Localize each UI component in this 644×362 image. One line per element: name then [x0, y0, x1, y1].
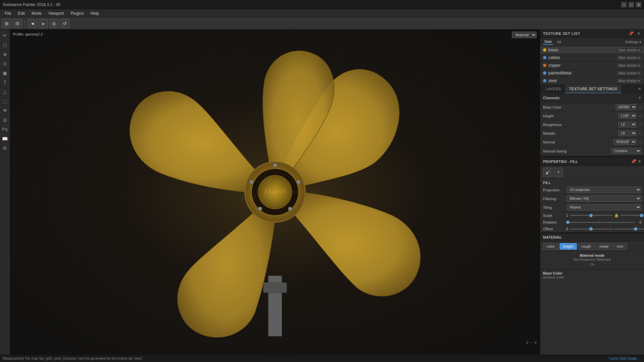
channel-delete-base-color[interactable]: −	[639, 105, 641, 110]
channel-delete-normal[interactable]: −	[639, 139, 641, 145]
sidebar-paint-btn[interactable]: ✏	[1, 32, 9, 40]
channel-format-metallic[interactable]: L8	[618, 130, 637, 136]
projection-select[interactable]: UV projection	[567, 187, 641, 193]
channel-delete-height[interactable]: −	[639, 113, 641, 119]
cache-disk-usage[interactable]: Cache Disk Usage: ...	[609, 357, 641, 360]
sidebar-photoshop-btn[interactable]: Ps	[1, 125, 9, 133]
tset-dot-paintedmetal	[543, 71, 546, 75]
tset-name-brass: brass	[548, 48, 615, 52]
tset-shader-steel[interactable]: Main shader ▾	[617, 79, 641, 83]
rotation-slider[interactable]	[566, 222, 635, 223]
sidebar-select-btn[interactable]: ⬚	[1, 97, 9, 105]
sidebar-clone-btn[interactable]: ⊕	[1, 50, 9, 58]
viewport[interactable]: Marelli 人人素材 www.rrcg.cn Profile: gamma2…	[10, 29, 540, 355]
toolbar-grid-btn[interactable]: ⊞	[2, 19, 11, 28]
sidebar-settings-btn[interactable]: ⚙	[1, 144, 9, 152]
viewport-dropdown[interactable]: Material	[512, 32, 537, 38]
channel-format-normal[interactable]: RGB16F	[613, 139, 637, 145]
offset-value-x: 0	[566, 227, 568, 231]
menu-file[interactable]: File	[1, 10, 14, 16]
channel-format-roughness[interactable]: L8	[618, 122, 637, 127]
tset-shader-paintedmetal[interactable]: Main shader ▾	[617, 71, 641, 75]
status-message: [MapExporter] The map 'fan_lp02_steel_Em…	[3, 357, 143, 360]
tsl-pin-btn[interactable]: 📌	[628, 31, 635, 36]
maximize-button[interactable]: □	[629, 2, 634, 7]
menu-mode[interactable]: Mode	[28, 10, 45, 16]
scale-slider-x[interactable]	[570, 215, 613, 216]
tab-texture-set-settings[interactable]: TEXTURE SET SETTINGS	[565, 85, 622, 94]
material-tab-rough[interactable]: rough	[578, 243, 595, 250]
tset-dot-cables	[543, 56, 546, 59]
menu-viewport[interactable]: Viewport	[45, 10, 67, 16]
channel-delete-metallic[interactable]: −	[639, 131, 641, 136]
material-or: Or	[543, 262, 641, 266]
material-tab-color[interactable]: color	[543, 243, 558, 250]
tss-close-btn[interactable]: ✕	[637, 86, 643, 91]
tset-name-steel: steel	[548, 78, 615, 83]
offset-slider-x[interactable]	[570, 229, 613, 230]
tset-item-copper[interactable]: copper Main shader ▾	[540, 62, 644, 69]
menu-bar: File Edit Mode Viewport Plugins Help	[0, 9, 644, 17]
channel-format-height[interactable]: L16F	[618, 113, 637, 119]
sidebar-smudge-btn[interactable]: ⊙	[1, 60, 9, 68]
tab-solo[interactable]: Solo	[543, 39, 553, 45]
tsl-close-btn[interactable]: ✕	[636, 31, 641, 36]
channels-add-btn[interactable]: +	[638, 95, 641, 101]
xyz-indicator: Z ← X	[526, 341, 537, 345]
toolbar-prev-btn[interactable]: ◄	[28, 19, 37, 28]
tset-settings-btn[interactable]: Settings ▾	[625, 40, 641, 44]
close-button[interactable]: ✕	[636, 2, 641, 7]
rotation-label: Rotation	[543, 220, 565, 224]
tab-all[interactable]: All	[556, 39, 562, 45]
menu-plugins[interactable]: Plugins	[67, 10, 87, 16]
filtering-select[interactable]: Bilinear | HQ	[567, 195, 641, 202]
toolbar-circle-btn[interactable]: ◎	[49, 19, 59, 28]
fill-icons-row: 🖌 ⚬	[540, 166, 644, 179]
title-bar: Substance Painter 2018.3.2 - 05 ─ □ ✕	[0, 0, 644, 9]
normal-mixing-select[interactable]: Combine	[611, 148, 641, 154]
sidebar-eye-btn[interactable]: 👁	[1, 107, 9, 115]
fill-section-title: FILL	[540, 179, 644, 186]
tset-item-cables[interactable]: cables Main shader ▾	[540, 54, 644, 62]
fill-sphere-btn[interactable]: ⚬	[554, 168, 563, 177]
scale-label: Scale	[543, 214, 565, 218]
material-tab-nrm[interactable]: nrm	[613, 243, 627, 250]
texture-set-list-title: TEXTURE SET LIST	[543, 32, 580, 36]
offset-slider-y[interactable]	[614, 229, 644, 230]
tset-item-paintedmetal[interactable]: paintedMetal Main shader ▾	[540, 69, 644, 77]
tset-shader-copper[interactable]: Main shader ▾	[617, 63, 641, 68]
channel-delete-roughness[interactable]: −	[639, 122, 641, 127]
fill-paint-btn[interactable]: 🖌	[543, 168, 552, 177]
toolbar-grid2-btn[interactable]: ⊟	[13, 19, 22, 28]
tset-item-brass[interactable]: brass Main shader ▾	[540, 46, 644, 54]
prop-fill-pin-btn[interactable]: 📌	[631, 159, 636, 164]
fill-projection-row: Projection UV projection	[540, 186, 644, 194]
tab-layers[interactable]: LAYERS	[542, 85, 565, 93]
sidebar-text-btn[interactable]: T	[1, 78, 9, 86]
minimize-button[interactable]: ─	[621, 2, 627, 7]
tiling-select[interactable]: Repeat	[567, 204, 641, 210]
tset-item-steel[interactable]: steel Main shader ▾	[540, 77, 644, 85]
sidebar-book-btn[interactable]: 📖	[1, 135, 9, 143]
menu-edit[interactable]: Edit	[14, 10, 28, 16]
prop-fill-close-btn[interactable]: ✕	[638, 159, 641, 164]
channel-format-base-color[interactable]: sRGB8	[615, 104, 637, 110]
sidebar-eraser-btn[interactable]: ◻	[1, 41, 9, 49]
toolbar-refresh-btn[interactable]: ↺	[60, 19, 69, 28]
sidebar-fill-btn[interactable]: ▣	[1, 69, 9, 77]
channel-row-roughness: Roughness L8 −	[540, 120, 644, 129]
tset-shader-cables[interactable]: Main shader ▾	[617, 56, 641, 60]
menu-help[interactable]: Help	[87, 10, 102, 16]
sidebar-geometry-btn[interactable]: △	[1, 88, 9, 96]
scale-lock-btn[interactable]: 🔒	[614, 213, 619, 218]
scale-slider-y[interactable]	[620, 215, 644, 216]
tset-shader-brass[interactable]: Main shader ▾	[617, 48, 641, 52]
tss-content[interactable]: Channels + Base Color sRGB8 − Height L16…	[540, 93, 644, 355]
svg-point-6	[288, 207, 292, 211]
material-tab-metal[interactable]: metal	[596, 243, 612, 250]
offset-row: Offset 0 0	[540, 226, 644, 232]
toolbar-arrow-btn[interactable]: ▸	[39, 19, 48, 28]
sidebar-layer-btn[interactable]: ⊟	[1, 116, 9, 124]
panel-tabs-row: LAYERS TEXTURE SET SETTINGS ✕	[540, 85, 644, 93]
material-tab-height[interactable]: height	[559, 243, 577, 250]
